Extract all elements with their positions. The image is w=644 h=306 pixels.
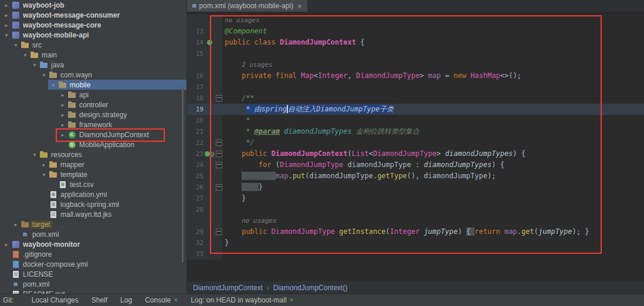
code-line[interactable]: 23@ public DiamondJumpContext(List<Diamo… [187,148,644,159]
tree-item[interactable]: ▸wayboot-monitor [0,239,187,249]
line-number: 19 [187,104,204,115]
tree-item[interactable]: ▸api [0,90,187,100]
code-line[interactable]: 24 for (DiamondJumpType diamondJumpType … [187,159,644,171]
annotation-gutter-icon[interactable]: @ [211,148,214,159]
chevron-icon[interactable]: ▸ [2,242,11,247]
spring-bean-icon[interactable] [205,151,210,157]
code-line[interactable]: 14public class DiamondJumpContext { [187,37,644,48]
inlay-hint-row[interactable]: 2 usages [187,59,644,70]
editor-tab[interactable]: m pom.xml (wayboot-mobile-api) × [187,0,307,12]
fold-marker-icon[interactable] [216,140,222,146]
chevron-icon[interactable]: ▸ [2,12,11,18]
fold-marker-icon[interactable] [216,229,222,235]
tree-item[interactable]: SMobileApplication [0,140,187,149]
tree-item[interactable]: ▾java [0,60,187,70]
statusbar-tab[interactable]: Console× [145,296,178,304]
chevron-icon[interactable]: ▾ [2,32,11,38]
code-line[interactable]: 26 } [187,182,644,193]
code-editor[interactable]: no usages13@Component14public class Diam… [187,12,644,281]
code-line[interactable]: 16 private final Map<Integer, DiamondJum… [187,70,644,81]
chevron-icon[interactable]: ▾ [21,52,29,58]
chevron-icon[interactable]: ▸ [2,22,11,28]
fold-marker-icon[interactable] [216,162,222,168]
chevron-icon[interactable]: ▸ [40,162,48,168]
code-line[interactable]: 22 */ [187,137,644,148]
chevron-icon[interactable]: ▾ [30,152,39,158]
tree-item[interactable]: mpom.xml [0,229,187,239]
statusbar-tab[interactable]: Local Changes [32,296,79,304]
tree-item[interactable]: README.md [0,289,187,294]
chevron-icon[interactable]: ▸ [59,132,67,138]
tree-item[interactable]: ▾wayboot-mobile-api [0,30,187,40]
file-icon [11,291,21,294]
tree-item[interactable]: ▸wayboot-message-consumer [0,10,187,20]
tree-item[interactable]: mpom.xml [0,279,187,289]
tree-item[interactable]: ▾main [0,50,187,60]
tree-item[interactable]: ▾mobile [0,80,187,90]
chevron-icon[interactable]: ▾ [12,42,20,48]
folder-icon [48,171,58,178]
code-line[interactable]: 18 /** [187,93,644,104]
close-icon[interactable]: × [290,296,294,304]
editor-tab-title: pom.xml (wayboot-mobile-api) [199,2,294,10]
statusbar-tab[interactable]: Shelf [91,296,107,304]
tree-item[interactable]: ▸controller [0,100,187,110]
tree-item[interactable]: ▾template [0,169,187,179]
fold-marker-icon[interactable] [216,95,222,101]
code-line[interactable]: 28 [187,204,644,215]
line-number: 24 [187,159,204,171]
code-line[interactable]: 25 map.put(diamondJumpType.getType(), di… [187,171,644,182]
inlay-hint-row[interactable]: no usages [187,15,644,26]
tree-item[interactable]: logback-spring.xml [0,199,187,209]
tree-item[interactable]: ▾com.wayn [0,70,187,80]
tree-item[interactable]: mall.wayn.ltd.jks [0,209,187,219]
tree-item[interactable]: ▸mapper [0,159,187,169]
breadcrumb-item[interactable]: DiamondJumpContext [193,284,263,292]
code-line[interactable]: 27 } [187,193,644,204]
code-line[interactable]: 13@Component [187,26,644,37]
chevron-icon[interactable]: ▾ [49,82,57,88]
spring-bean-icon[interactable] [207,40,212,45]
code-line[interactable]: 32} [187,237,644,249]
code-line[interactable]: 17 [187,81,644,93]
code-line[interactable]: 19 * 由spring自动注入DiamondJumpType子类 [187,104,644,115]
tree-item[interactable]: .gitignore [0,249,187,259]
chevron-icon[interactable]: ▸ [12,222,20,227]
tree-item[interactable]: application.yml [0,189,187,199]
chevron-icon[interactable]: ▸ [59,122,67,128]
breadcrumb-item[interactable]: DiamondJumpContext() [273,284,348,292]
chevron-icon[interactable]: ▸ [59,112,67,118]
fold-marker-icon[interactable] [216,151,222,157]
chevron-icon[interactable]: ▸ [59,102,67,108]
code-line[interactable]: 21 * @param diamondJumpTypes 金刚位跳转类型集合 [187,126,644,137]
tree-item[interactable]: ▸framework [0,120,187,130]
tree-scrollbar[interactable] [182,87,184,263]
tree-item[interactable]: ▸target [0,219,187,229]
close-icon[interactable]: × [174,296,178,304]
chevron-icon[interactable]: ▾ [40,172,48,178]
code-text: private final Map<Integer, DiamondJumpTy… [222,70,521,81]
code-line[interactable]: 29 public DiamondJumpType getInstance(In… [187,226,644,237]
chevron-icon[interactable]: ▾ [40,72,48,78]
gutter: 19 [187,104,222,115]
code-line[interactable]: 33 [187,249,644,260]
code-line[interactable]: 20 * [187,115,644,126]
statusbar-tab[interactable]: Log: on HEAD in wayboot-mall× [191,296,293,304]
tree-item[interactable]: ▸wayboot-job [0,0,187,10]
fold-marker-icon[interactable] [216,184,222,191]
tree-item[interactable]: ▸wayboot-message-core [0,20,187,30]
chevron-icon[interactable]: ▾ [30,62,39,68]
chevron-icon[interactable]: ▸ [2,2,11,8]
tree-item[interactable]: ▾resources [0,149,187,159]
tab-close-icon[interactable]: × [297,2,302,11]
inlay-hint-row[interactable]: no usages [187,215,644,226]
tree-item[interactable]: docker-compose.yml [0,259,187,269]
chevron-icon[interactable]: ▸ [59,92,67,98]
code-line[interactable]: 15 [187,48,644,59]
tree-item[interactable]: test.csv [0,179,187,189]
statusbar-tab[interactable]: Log [120,296,132,304]
tree-item[interactable]: ▸design.strategy [0,110,187,120]
tree-item[interactable]: ▸CDiamondJumpContext [0,130,187,140]
tree-item[interactable]: ▾src [0,40,187,50]
tree-item[interactable]: LICENSE [0,269,187,279]
